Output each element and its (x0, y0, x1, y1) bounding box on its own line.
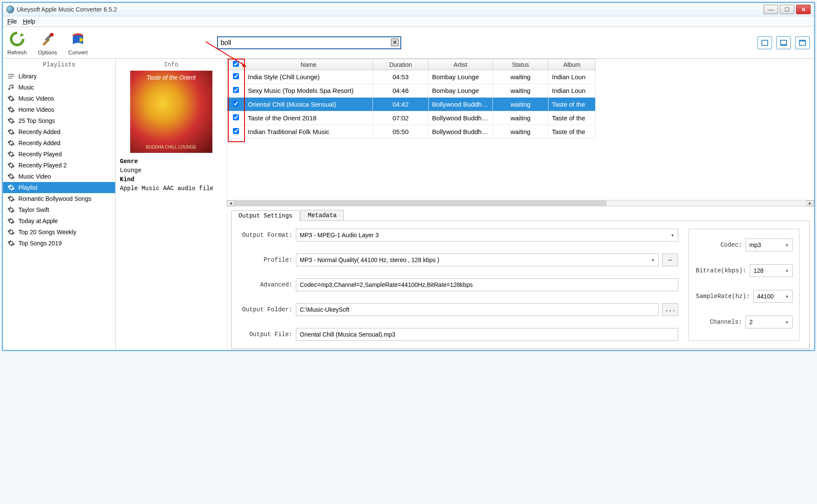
row-checkbox[interactable] (233, 101, 239, 107)
sidebar-item[interactable]: Library (3, 71, 115, 82)
gear-icon (7, 195, 15, 203)
advanced-input[interactable]: Codec=mp3,Channel=2,SampleRate=44100Hz,B… (296, 278, 678, 291)
sidebar-item-label: Romantic Bollywood Songs (18, 195, 91, 202)
gear-icon (7, 128, 15, 136)
channels-select[interactable]: 2 (745, 316, 793, 328)
sidebar-item-label: Recently Added (18, 128, 60, 135)
genre-value: Lounge (120, 166, 222, 175)
sidebar-item[interactable]: Today at Apple (3, 215, 115, 227)
menu-file[interactable]: File (7, 18, 17, 25)
gear-icon (7, 139, 15, 147)
table-row[interactable]: Sexy Music (Top Models Spa Resort)04:46B… (227, 84, 596, 98)
cell-status: waiting (493, 98, 549, 111)
col-album[interactable]: Album (549, 59, 596, 70)
minimize-button[interactable]: — (763, 5, 778, 14)
refresh-button[interactable]: Refresh (7, 30, 27, 56)
search-clear-icon[interactable]: ✕ (391, 39, 399, 46)
profile-aux-button[interactable]: — (662, 253, 678, 266)
gear-icon (7, 184, 15, 191)
search-input[interactable] (217, 36, 401, 49)
row-checkbox[interactable] (233, 114, 239, 120)
music-icon (7, 84, 15, 91)
col-duration[interactable]: Duration (373, 59, 429, 70)
sidebar-item-label: Recently Played 2 (18, 162, 67, 169)
col-status[interactable]: Status (493, 59, 549, 70)
sidebar-item[interactable]: Top Songs 2019 (3, 238, 115, 249)
gear-icon (7, 95, 15, 102)
view-mode-2-button[interactable] (776, 36, 791, 49)
album-title: Taste of the Orient (146, 74, 196, 81)
output-format-select[interactable]: MP3 - MPEG-1 Audio Layer 3 (296, 229, 678, 242)
cell-album: Indian Loun (549, 84, 596, 98)
table-row[interactable]: Indian Traditional Folk Music05:50Bollyw… (227, 125, 596, 139)
library-icon (7, 72, 15, 80)
sidebar-item-label: Home Videos (18, 106, 54, 113)
menu-help[interactable]: Help (23, 18, 36, 25)
cell-name: India Style (Chill Lounge) (245, 70, 373, 84)
genre-label: Genre (120, 157, 222, 166)
col-artist[interactable]: Artist (429, 59, 493, 70)
sidebar-item[interactable]: Recently Added (3, 137, 115, 149)
table-row[interactable]: India Style (Chill Lounge)04:53Bombay Lo… (227, 70, 596, 84)
search-wrap: ✕ (217, 36, 401, 49)
close-button[interactable]: ✕ (796, 5, 811, 14)
table-row[interactable]: Oriental Chill (Musica Sensual)04:42Boll… (227, 98, 596, 111)
sidebar-item-label: Music Videos (18, 95, 54, 102)
scroll-right-icon[interactable]: ► (806, 200, 814, 206)
codec-select[interactable]: mp3 (745, 239, 793, 251)
sidebar-item[interactable]: Recently Played 2 (3, 160, 115, 171)
sidebar-item[interactable]: Home Videos (3, 104, 115, 115)
horizontal-scrollbar[interactable]: ◄ ► (227, 200, 814, 206)
cell-status: waiting (493, 84, 549, 98)
sidebar-item[interactable]: Recently Added (3, 126, 115, 137)
refresh-icon (8, 30, 27, 48)
sidebar-item[interactable]: Top 20 Songs Weekly (3, 227, 115, 238)
convert-icon (69, 30, 87, 48)
sidebar-item[interactable]: Music (3, 82, 115, 93)
settings-left: Output Format: MP3 - MPEG-1 Audio Layer … (241, 229, 678, 341)
view-mode-3-button[interactable] (795, 36, 810, 49)
scroll-track[interactable] (235, 200, 806, 206)
sidebar-item[interactable]: Music Videos (3, 93, 115, 104)
check-all[interactable] (233, 61, 239, 67)
advanced-label: Advanced: (241, 281, 292, 288)
row-checkbox[interactable] (233, 87, 239, 93)
sidebar-item[interactable]: Playlist (3, 182, 115, 193)
app-window: Ukeysoft Apple Music Converter 6.5.2 — ☐… (2, 2, 815, 351)
table-row[interactable]: Taste of the Orient 201807:02Bollywood B… (227, 111, 596, 125)
tabs: Output Settings Metadata (231, 210, 810, 221)
sidebar-item[interactable]: Recently Played (3, 149, 115, 160)
tab-metadata[interactable]: Metadata (301, 210, 344, 221)
settings-right: Codec: mp3 Bitrate(kbps): 128 SampleRate… (689, 229, 800, 341)
sidebar-item[interactable]: 25 Top Songs (3, 115, 115, 126)
maximize-button[interactable]: ☐ (780, 5, 794, 14)
profile-select[interactable]: MP3 - Normal Quality( 44100 Hz, stereo ,… (296, 253, 659, 266)
bitrate-select[interactable]: 128 (750, 264, 793, 277)
gear-icon (7, 228, 15, 236)
scroll-thumb[interactable] (235, 201, 606, 206)
row-checkbox[interactable] (233, 128, 239, 134)
playlist-list: LibraryMusicMusic VideosHome Videos25 To… (3, 71, 115, 350)
cell-artist: Bollywood Buddha... (429, 125, 493, 139)
codec-label: Codec: (696, 242, 742, 248)
output-format-label: Output Format: (241, 232, 292, 239)
sidebar-item[interactable]: Music Video (3, 171, 115, 182)
convert-button[interactable]: Convert (68, 30, 88, 56)
browse-folder-button[interactable]: ... (662, 303, 678, 316)
col-name[interactable]: Name (245, 59, 373, 70)
track-table: Name Duration Artist Status Album India … (227, 59, 596, 139)
cell-duration: 07:02 (373, 111, 429, 125)
tab-output-settings[interactable]: Output Settings (231, 210, 300, 221)
output-folder-input[interactable]: C:\Music-UkeySoft (296, 303, 659, 316)
view-mode-1-button[interactable] (757, 36, 772, 49)
gear-icon (7, 117, 15, 125)
row-checkbox[interactable] (233, 73, 239, 79)
sidebar-item[interactable]: Romantic Bollywood Songs (3, 193, 115, 204)
output-file-input[interactable]: Oriental Chill (Musica Sensual).mp3 (296, 328, 678, 341)
scroll-left-icon[interactable]: ◄ (227, 200, 235, 206)
options-button[interactable]: Options (38, 30, 57, 56)
samplerate-select[interactable]: 44100 (753, 290, 793, 303)
channels-label: Channels: (696, 319, 742, 325)
sidebar-item[interactable]: Taylor Swift (3, 204, 115, 215)
col-check[interactable] (227, 59, 245, 70)
